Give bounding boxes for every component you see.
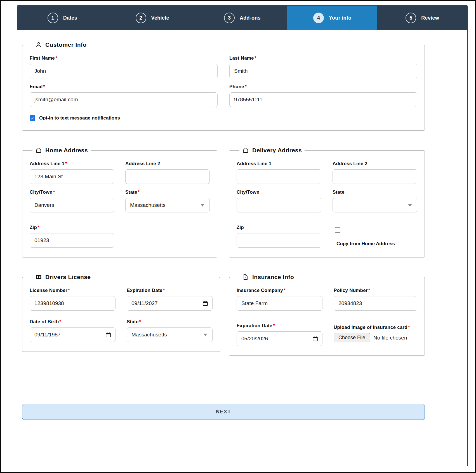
delivery-zip-input[interactable]	[237, 233, 321, 248]
insurance-info-legend: Insurance Info	[239, 274, 297, 280]
calendar-icon[interactable]	[312, 336, 318, 342]
step-your-info[interactable]: 4 Your info	[287, 6, 377, 30]
step-number-badge: 4	[313, 13, 324, 23]
phone-input[interactable]	[229, 92, 417, 107]
wizard-stepper: 1 Dates 2 Vehicle 3 Add-ons 4 Your info …	[17, 6, 467, 30]
section-title: Delivery Address	[252, 147, 302, 154]
step-addons[interactable]: 3 Add-ons	[197, 6, 288, 30]
home-city-label: City/Town*	[30, 189, 114, 195]
step-dates[interactable]: 1 Dates	[17, 6, 107, 30]
customer-info-legend: Customer Info	[32, 41, 89, 48]
home-address2-input[interactable]	[125, 169, 210, 184]
step-label: Your info	[329, 15, 351, 21]
home-address1-field: Address Line 1*	[30, 161, 114, 184]
first-name-label: First Name*	[30, 55, 218, 61]
dob-field: Date of Birth*	[30, 319, 116, 342]
insurance-expiration-text[interactable]	[241, 332, 310, 346]
delivery-state-select[interactable]	[333, 198, 417, 212]
dob-text[interactable]	[34, 328, 103, 342]
home-icon	[242, 147, 249, 154]
license-number-field: License Number*	[30, 288, 116, 311]
home-state-select[interactable]: Massachusetts	[125, 198, 210, 212]
home-city-input[interactable]	[30, 198, 114, 212]
home-state-field: State* Massachusetts	[125, 189, 210, 212]
form-content: Customer Info First Name* Last Name* Ema…	[17, 30, 467, 433]
required-marker: *	[139, 319, 141, 324]
chevron-down-icon	[203, 334, 207, 336]
dob-label: Date of Birth*	[30, 319, 116, 325]
home-address1-input[interactable]	[30, 169, 114, 184]
delivery-address2-label: Address Line 2	[333, 161, 417, 167]
license-expiration-input[interactable]	[127, 296, 213, 311]
home-city-field: City/Town*	[30, 189, 114, 212]
first-name-input[interactable]	[30, 64, 218, 78]
license-state-select[interactable]: Massachusetts	[127, 327, 213, 342]
insurance-expiration-input[interactable]	[237, 331, 322, 346]
booking-wizard: 1 Dates 2 Vehicle 3 Add-ons 4 Your info …	[17, 5, 468, 466]
license-number-input[interactable]	[30, 296, 116, 311]
policy-number-input[interactable]	[334, 296, 417, 311]
required-marker: *	[138, 189, 140, 195]
license-insurance-row: Drivers License License Number* Expirati…	[22, 274, 467, 356]
step-number-badge: 2	[136, 13, 146, 23]
insurance-company-label: Insurance Company*	[237, 288, 322, 293]
required-marker: *	[273, 323, 275, 328]
copy-from-home-checkbox[interactable]	[335, 227, 340, 233]
home-state-value: Massachusetts	[130, 202, 166, 208]
person-icon	[35, 41, 42, 48]
license-expiration-text[interactable]	[131, 296, 200, 310]
document-icon	[242, 274, 249, 280]
chevron-down-icon	[408, 204, 412, 207]
next-button[interactable]: NEXT	[22, 404, 425, 420]
required-marker: *	[408, 325, 410, 330]
step-label: Review	[421, 15, 439, 21]
delivery-city-input[interactable]	[237, 198, 321, 212]
required-marker: *	[284, 288, 286, 293]
home-icon	[35, 147, 42, 154]
policy-number-label: Policy Number*	[334, 288, 417, 293]
calendar-icon[interactable]	[202, 300, 208, 306]
dob-input[interactable]	[30, 327, 116, 342]
drivers-license-legend: Drivers License	[32, 274, 93, 280]
home-address1-label: Address Line 1*	[30, 161, 114, 167]
delivery-address-legend: Delivery Address	[239, 147, 305, 154]
license-expiration-field: Expiration Date*	[127, 288, 213, 311]
section-title: Home Address	[45, 147, 88, 154]
required-marker: *	[65, 161, 67, 166]
required-marker: *	[163, 288, 165, 293]
optin-label[interactable]: Opt-in to text message notifications	[39, 115, 120, 121]
required-marker: *	[37, 225, 39, 230]
copy-from-home-field: Copy from Home Address	[333, 227, 417, 248]
home-zip-label: Zip*	[30, 225, 114, 230]
delivery-address1-input[interactable]	[237, 169, 321, 184]
step-vehicle[interactable]: 2 Vehicle	[107, 6, 197, 30]
home-zip-field: Zip*	[30, 225, 114, 248]
required-marker: *	[43, 84, 45, 89]
last-name-input[interactable]	[229, 64, 417, 78]
optin-checkbox[interactable]	[30, 115, 35, 121]
required-marker: *	[55, 55, 57, 61]
delivery-city-field: City/Town	[237, 189, 321, 212]
required-marker: *	[368, 288, 370, 293]
home-zip-input[interactable]	[30, 233, 114, 248]
choose-file-button[interactable]: Choose File	[334, 333, 370, 342]
home-address2-field: Address Line 2	[125, 161, 210, 184]
insurance-company-input[interactable]	[237, 296, 322, 311]
email-input[interactable]	[30, 92, 218, 107]
customer-info-section: Customer Info First Name* Last Name* Ema…	[22, 41, 425, 131]
license-state-label: State*	[127, 319, 213, 325]
insurance-upload-label: Upload image of insurance card*	[334, 323, 417, 332]
drivers-license-section: Drivers License License Number* Expirati…	[22, 274, 220, 352]
insurance-expiration-label: Expiration Date*	[237, 323, 322, 329]
delivery-state-label: State	[333, 189, 417, 195]
calendar-icon[interactable]	[105, 332, 111, 338]
insurance-info-section: Insurance Info Insurance Company* Policy…	[229, 274, 425, 356]
copy-from-home-label[interactable]: Copy from Home Address	[335, 241, 417, 247]
insurance-company-field: Insurance Company*	[237, 288, 322, 311]
delivery-address1-field: Address Line 1	[237, 161, 321, 184]
delivery-address2-input[interactable]	[333, 169, 417, 184]
home-address2-label: Address Line 2	[125, 161, 210, 167]
step-review[interactable]: 5 Review	[377, 6, 467, 30]
last-name-label: Last Name*	[229, 55, 417, 61]
step-number-badge: 5	[406, 13, 416, 23]
